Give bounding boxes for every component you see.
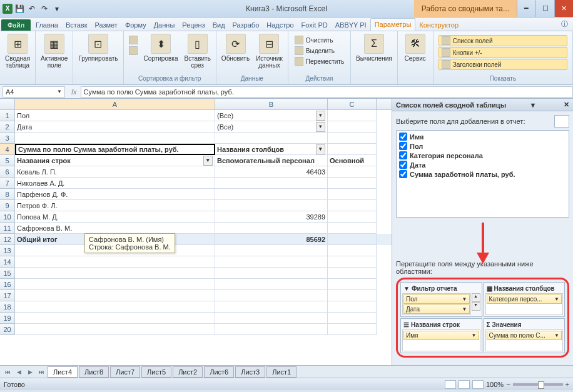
- view-pagebreak-button[interactable]: [472, 380, 484, 389]
- cell[interactable]: [328, 200, 377, 211]
- view-layout-button[interactable]: [459, 380, 470, 389]
- sort-desc-button[interactable]: [126, 46, 140, 56]
- cell[interactable]: Сафронова В. М.: [15, 223, 215, 234]
- cell[interactable]: [328, 256, 377, 268]
- row-header[interactable]: 19: [0, 313, 15, 324]
- row-header[interactable]: 4: [0, 144, 15, 155]
- cell[interactable]: 85692: [215, 234, 328, 245]
- save-icon[interactable]: 💾: [14, 3, 25, 14]
- cell[interactable]: [328, 268, 377, 279]
- tab-abbyy[interactable]: ABBYY PI: [332, 19, 370, 31]
- row-header[interactable]: 12: [0, 234, 15, 245]
- tab-data[interactable]: Данны: [150, 19, 179, 31]
- area-item[interactable]: Категория персо...▼: [487, 294, 562, 304]
- sheet-tab[interactable]: Лист3: [235, 366, 265, 378]
- cell[interactable]: [15, 301, 215, 313]
- zoom-in-button[interactable]: +: [565, 381, 569, 388]
- cell[interactable]: [328, 189, 377, 200]
- row-header[interactable]: 20: [0, 324, 15, 335]
- layout-options-button[interactable]: [554, 115, 569, 128]
- cell[interactable]: [15, 290, 215, 301]
- field-checkbox[interactable]: [399, 133, 407, 141]
- field-checkbox[interactable]: [399, 161, 407, 169]
- tab-view[interactable]: Вид: [209, 19, 229, 31]
- cell[interactable]: [328, 144, 377, 155]
- tab-developer[interactable]: Разрабо: [229, 19, 263, 31]
- field-checkbox[interactable]: [399, 142, 407, 150]
- chevron-down-icon[interactable]: ▼: [554, 333, 559, 338]
- cell[interactable]: Коваль Л. П.: [15, 166, 215, 178]
- tab-formulas[interactable]: Форму: [121, 19, 150, 31]
- cell[interactable]: Николаев А. Д.: [15, 178, 215, 189]
- cell-dropdown[interactable]: (Все): [215, 110, 328, 121]
- row-header[interactable]: 18: [0, 301, 15, 313]
- tab-layout[interactable]: Размет: [91, 19, 121, 31]
- scroll-up-button[interactable]: ▲: [472, 293, 480, 302]
- cell-filter[interactable]: Названия строк: [15, 155, 215, 166]
- close-button[interactable]: ✕: [554, 0, 573, 17]
- chevron-down-icon[interactable]: ▼: [472, 333, 477, 338]
- cell[interactable]: [15, 256, 215, 268]
- scrollbar[interactable]: ▲▼: [472, 293, 480, 315]
- cell[interactable]: [215, 200, 328, 211]
- row-header[interactable]: 11: [0, 223, 15, 234]
- pivot-table-button[interactable]: ⊞Сводная таблица: [3, 33, 33, 70]
- calculations-button[interactable]: ΣВычисления: [353, 33, 395, 63]
- row-header[interactable]: 5: [0, 155, 15, 166]
- tab-options[interactable]: Параметры: [370, 18, 416, 31]
- datasource-button[interactable]: ⊟Источник данных: [253, 33, 285, 70]
- cell[interactable]: Вспомогательный персонал: [215, 155, 328, 166]
- tab-insert[interactable]: Вставк: [62, 19, 91, 31]
- sheet-tab[interactable]: Лист1: [266, 366, 297, 378]
- row-header[interactable]: 13: [0, 245, 15, 256]
- cell[interactable]: [15, 133, 215, 144]
- cell[interactable]: [328, 166, 377, 178]
- zoom-slider[interactable]: [513, 383, 563, 386]
- area-report-filter[interactable]: ▼Фильтр отчета Пол▼ Дата▼ ▲▼: [400, 282, 482, 317]
- cell-selected[interactable]: Сумма по полю Сумма заработной платы, ру…: [15, 144, 215, 155]
- cell[interactable]: 46403: [215, 166, 328, 178]
- select-all-corner[interactable]: [0, 99, 15, 109]
- cell[interactable]: Основной: [328, 155, 377, 166]
- slicer-button[interactable]: ▯Вставить срез: [181, 33, 213, 70]
- col-header-b[interactable]: B: [215, 99, 328, 109]
- tab-review[interactable]: Реценз: [178, 19, 208, 31]
- cell[interactable]: [328, 223, 377, 234]
- field-item[interactable]: Категория персонала: [398, 151, 567, 160]
- move-button[interactable]: Переместить: [292, 56, 347, 66]
- chevron-down-icon[interactable]: ▼: [530, 101, 537, 109]
- cell[interactable]: [328, 234, 377, 245]
- chevron-down-icon[interactable]: ▼: [462, 296, 467, 302]
- file-tab[interactable]: Файл: [1, 19, 31, 31]
- cell[interactable]: [328, 245, 377, 256]
- cell[interactable]: Дата: [15, 121, 215, 133]
- row-header[interactable]: 7: [0, 178, 15, 189]
- qat-dropdown-icon[interactable]: ▾: [51, 3, 63, 14]
- sheet-nav-last[interactable]: ⏭: [36, 369, 46, 375]
- chevron-down-icon[interactable]: ▼: [554, 296, 559, 302]
- area-item[interactable]: Дата▼: [403, 304, 470, 314]
- sheet-tab[interactable]: Лист5: [141, 366, 171, 378]
- row-header[interactable]: 17: [0, 290, 15, 301]
- area-row-labels[interactable]: ☰Названия строк Имя▼: [400, 318, 482, 353]
- chevron-down-icon[interactable]: ▼: [462, 306, 467, 312]
- tab-design[interactable]: Конструктор: [415, 19, 462, 31]
- sheet-tab[interactable]: Лист6: [204, 366, 234, 378]
- cell[interactable]: [328, 133, 377, 144]
- row-header[interactable]: 9: [0, 200, 15, 211]
- sheet-tab[interactable]: Лист7: [110, 366, 140, 378]
- cell[interactable]: Пол: [15, 110, 215, 121]
- sort-asc-button[interactable]: [126, 35, 140, 45]
- sheet-nav-prev[interactable]: ◀: [14, 369, 24, 375]
- row-header[interactable]: 15: [0, 268, 15, 279]
- row-header[interactable]: 8: [0, 189, 15, 200]
- view-normal-button[interactable]: [445, 380, 456, 389]
- cell[interactable]: [215, 133, 328, 144]
- fx-icon[interactable]: fx: [68, 88, 81, 96]
- field-item[interactable]: Имя: [398, 132, 567, 141]
- row-header[interactable]: 1: [0, 110, 15, 121]
- field-item[interactable]: Сумма заработной платы, руб.: [398, 169, 567, 179]
- cell-filter[interactable]: Названия столбцов: [215, 144, 328, 155]
- area-item[interactable]: Пол▼: [403, 294, 470, 304]
- cell[interactable]: [215, 178, 328, 189]
